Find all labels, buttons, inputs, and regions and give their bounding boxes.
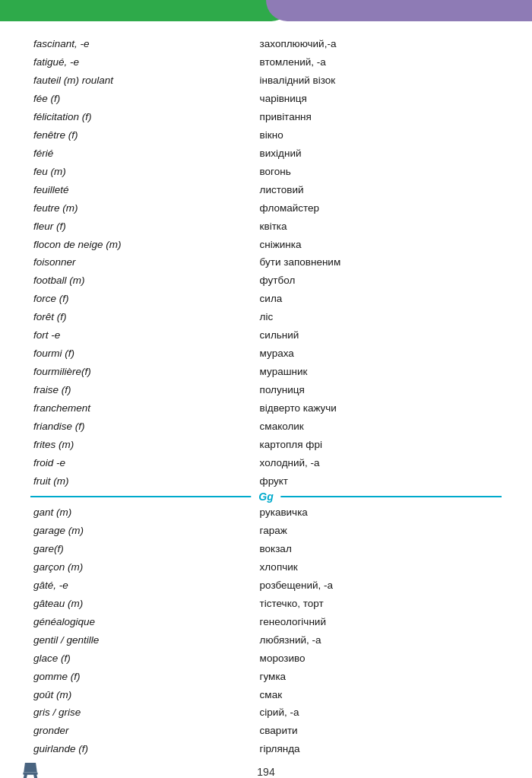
- french-word: forêt (f): [30, 308, 257, 326]
- table-row: fourmilière(f) мурашник: [30, 363, 502, 381]
- french-word: fauteil (m) roulant: [30, 71, 257, 90]
- table-row: gâté, -e розбещений, -а: [30, 576, 502, 595]
- header-purple-bar: [266, 0, 532, 21]
- ukrainian-translation: гараж: [257, 522, 502, 540]
- ukrainian-translation: сильний: [257, 326, 502, 345]
- ukrainian-translation: привітання: [257, 108, 502, 126]
- french-word: feu (m): [30, 163, 257, 181]
- french-word: gâteau (m): [30, 595, 257, 613]
- ukrainian-translation: холодний, -а: [257, 454, 502, 472]
- table-row: généalogique генеологічний: [30, 613, 502, 631]
- ukrainian-translation: захоплюючий,-а: [257, 35, 502, 53]
- table-row: gronder сварити: [30, 722, 502, 740]
- table-row: forêt (f) ліс: [30, 308, 502, 326]
- french-word: gâté, -e: [30, 576, 257, 595]
- french-word: fourmi (f): [30, 345, 257, 363]
- table-row: fatigué, -e втомлений, -а: [30, 53, 502, 71]
- ukrainian-translation: мураха: [257, 345, 502, 363]
- ukrainian-translation: відверто кажучи: [257, 399, 502, 418]
- table-row: feu (m) вогонь: [30, 163, 502, 181]
- ukrainian-translation: хлопчик: [257, 558, 502, 576]
- table-row: goût (m) смак: [30, 685, 502, 703]
- table-row: gare(f) вокзал: [30, 540, 502, 558]
- table-row: friandise (f) смаколик: [30, 418, 502, 436]
- eiffel-tower-icon: [11, 763, 49, 778]
- header-green-bar: [0, 0, 293, 21]
- french-word: généalogique: [30, 613, 257, 631]
- ukrainian-translation: вікно: [257, 126, 502, 144]
- table-row: fée (f) чарівниця: [30, 90, 502, 108]
- ukrainian-translation: вокзал: [257, 540, 502, 558]
- table-row: fourmi (f) мураха: [30, 345, 502, 363]
- french-word: fourmilière(f): [30, 363, 257, 381]
- table-row: férié вихідний: [30, 144, 502, 163]
- table-row: garçon (m) хлопчик: [30, 558, 502, 576]
- french-word: feutre (m): [30, 198, 257, 217]
- french-word: football (m): [30, 272, 257, 290]
- french-word: froid -e: [30, 454, 257, 472]
- table-row: force (f) сила: [30, 290, 502, 308]
- table-row: gomme (f) гумка: [30, 667, 502, 685]
- table-row: fenêtre (f) вікно: [30, 126, 502, 144]
- table-row: feutre (m) фломайстер: [30, 198, 502, 217]
- ukrainian-translation: бути заповненим: [257, 253, 502, 272]
- ukrainian-translation: рукавичка: [257, 503, 502, 522]
- french-word: fée (f): [30, 90, 257, 108]
- table-row: froid -e холодний, -а: [30, 454, 502, 472]
- main-content: fascinant, -e захоплюючий,-а fatigué, -e…: [0, 21, 532, 778]
- table-row: feuilleté листовий: [30, 181, 502, 199]
- ukrainian-translation: тістечко, торт: [257, 595, 502, 613]
- table-row: félicitation (f) привітання: [30, 108, 502, 126]
- ukrainian-translation: картопля фрі: [257, 436, 502, 454]
- ukrainian-translation: смак: [257, 685, 502, 703]
- french-word: fleur (f): [30, 217, 257, 235]
- ukrainian-translation: ліс: [257, 308, 502, 326]
- ukrainian-translation: листовий: [257, 181, 502, 199]
- gg-separator: Gg: [30, 496, 502, 497]
- table-row: fauteil (m) roulant інвалідний візок: [30, 71, 502, 90]
- ukrainian-translation: морозиво: [257, 649, 502, 667]
- french-word: force (f): [30, 290, 257, 308]
- ukrainian-translation: смаколик: [257, 418, 502, 436]
- table-row: flocon de neige (m) сніжинка: [30, 235, 502, 253]
- table-row: guirlande (f) гірлянда: [30, 740, 502, 758]
- ukrainian-translation: любязний, -а: [257, 631, 502, 649]
- ukrainian-translation: сірий, -а: [257, 703, 502, 722]
- french-word: gare(f): [30, 540, 257, 558]
- french-word: garage (m): [30, 522, 257, 540]
- french-word: gomme (f): [30, 667, 257, 685]
- french-word: gronder: [30, 722, 257, 740]
- french-word: goût (m): [30, 685, 257, 703]
- french-word: férié: [30, 144, 257, 163]
- ukrainian-translation: фломайстер: [257, 198, 502, 217]
- top-header: [0, 0, 532, 21]
- french-word: fascinant, -e: [30, 35, 257, 53]
- ukrainian-translation: сніжинка: [257, 235, 502, 253]
- french-word: feuilleté: [30, 181, 257, 199]
- french-word: fenêtre (f): [30, 126, 257, 144]
- french-word: fraise (f): [30, 381, 257, 399]
- french-word: guirlande (f): [30, 740, 257, 758]
- french-word: fort -e: [30, 326, 257, 345]
- french-word: gant (m): [30, 503, 257, 522]
- bottom-decoration: [0, 763, 532, 778]
- french-word: fruit (m): [30, 472, 257, 491]
- french-word: friandise (f): [30, 418, 257, 436]
- ukrainian-translation: сила: [257, 290, 502, 308]
- french-word: gris / grise: [30, 703, 257, 722]
- table-row: gentil / gentille любязний, -а: [30, 631, 502, 649]
- table-row: gâteau (m) тістечко, торт: [30, 595, 502, 613]
- table-row: franchement відверто кажучи: [30, 399, 502, 418]
- ukrainian-translation: полуниця: [257, 381, 502, 399]
- ukrainian-translation: вихідний: [257, 144, 502, 163]
- table-row: frites (m) картопля фрі: [30, 436, 502, 454]
- table-row: fraise (f) полуниця: [30, 381, 502, 399]
- ukrainian-translation: інвалідний візок: [257, 71, 502, 90]
- ukrainian-translation: чарівниця: [257, 90, 502, 108]
- table-row: glace (f) морозиво: [30, 649, 502, 667]
- french-word: franchement: [30, 399, 257, 418]
- ukrainian-translation: розбещений, -а: [257, 576, 502, 595]
- ukrainian-translation: втомлений, -а: [257, 53, 502, 71]
- ukrainian-translation: генеологічний: [257, 613, 502, 631]
- french-word: frites (m): [30, 436, 257, 454]
